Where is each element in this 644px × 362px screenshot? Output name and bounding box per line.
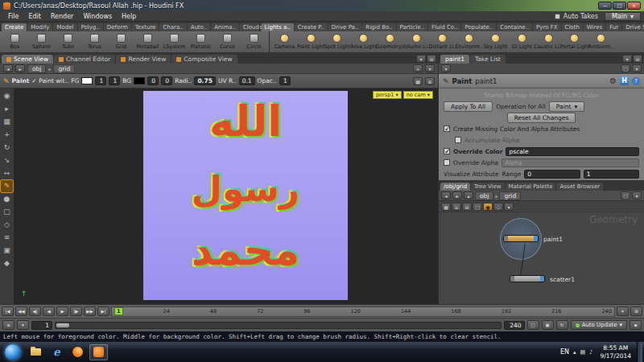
flipbook-icon[interactable]: [1, 245, 13, 257]
network-tab[interactable]: /obj/grid: [440, 183, 470, 191]
node-display-flag[interactable]: [534, 236, 538, 241]
check-icon[interactable]: [31, 78, 36, 84]
color-palette-icon[interactable]: [483, 203, 493, 211]
grid-snap-icon[interactable]: [441, 203, 451, 211]
add-icon[interactable]: [413, 64, 423, 72]
play-reverse-icon[interactable]: [15, 306, 27, 316]
shelf-tab[interactable]: Model: [53, 23, 76, 31]
shelf-tool[interactable]: Box: [2, 31, 28, 52]
shelf-tab[interactable]: Populate..: [461, 23, 496, 31]
node-body[interactable]: [508, 236, 534, 241]
play-icon[interactable]: [56, 306, 68, 316]
accumulate-alpha-checkbox[interactable]: [455, 137, 461, 143]
shelf-tab[interactable]: Lights a..: [262, 23, 294, 31]
fast-forward-icon[interactable]: [84, 306, 96, 316]
gear-icon[interactable]: [609, 76, 617, 85]
pane-tab[interactable]: Render View: [116, 55, 171, 64]
node-name-field[interactable]: paint1: [475, 77, 497, 85]
shelf-tab[interactable]: Pyro FX: [533, 23, 560, 31]
frame-label[interactable]: 144: [401, 308, 411, 315]
maximize-icon[interactable]: [613, 2, 626, 10]
start-button[interactable]: [5, 344, 21, 360]
shelf-tool[interactable]: Caustic Li..: [535, 31, 562, 52]
shelf-tool[interactable]: Portal Light: [561, 31, 588, 52]
go-to-start-icon[interactable]: [2, 306, 14, 316]
shelf-tab[interactable]: Chara..: [159, 23, 186, 31]
scale-tool-icon[interactable]: [1, 154, 13, 167]
back-icon[interactable]: [3, 64, 13, 72]
close-icon[interactable]: [627, 2, 641, 10]
pane-tab[interactable]: Scene View: [2, 55, 53, 64]
shelf-tab[interactable]: Wires: [584, 23, 605, 31]
override-color-checkbox[interactable]: [444, 148, 450, 154]
frame-ruler[interactable]: 124487296120144168192216240: [111, 306, 615, 317]
fg-color-swatch[interactable]: [81, 77, 93, 84]
sculpt-tool-icon[interactable]: [1, 193, 13, 205]
shelf-tool[interactable]: Torus: [81, 31, 108, 52]
shelf-tool[interactable]: Volume Li..: [403, 31, 430, 52]
shelf-tool[interactable]: Platonic: [188, 31, 214, 52]
shelf-tab[interactable]: Create P..: [295, 23, 328, 31]
tool-name-label[interactable]: Paint: [12, 77, 30, 84]
net-up-icon[interactable]: [464, 191, 473, 200]
options-icon[interactable]: [425, 64, 435, 72]
radius-field[interactable]: 0.75: [194, 76, 216, 85]
shelf-tool[interactable]: Circle: [241, 31, 267, 52]
shelf-tool[interactable]: Sky Light: [482, 31, 509, 52]
shelf-tool[interactable]: Tube: [55, 31, 81, 52]
pane-menu-icon[interactable]: [622, 55, 632, 63]
rotate-tool-icon[interactable]: [1, 142, 13, 154]
volume-icon[interactable]: [589, 349, 592, 356]
range-max-field[interactable]: 1: [584, 170, 639, 179]
shelf-tab[interactable]: Cloth: [562, 23, 583, 31]
take-menu-button[interactable]: Main: [605, 12, 641, 21]
node-display-flag[interactable]: [540, 276, 544, 282]
viewport[interactable]: الله رسول محمد persp1 no cam: [0, 88, 438, 304]
opacity-field[interactable]: 1: [279, 76, 291, 85]
net-forward-icon[interactable]: [452, 191, 462, 200]
shelf-tab[interactable]: Auto..: [188, 23, 211, 31]
pin-icon[interactable]: [621, 191, 630, 200]
override-color-field[interactable]: pscale: [506, 147, 639, 156]
language-indicator[interactable]: EN: [560, 348, 569, 356]
show-desktop-button[interactable]: [637, 342, 642, 362]
shelf-tab[interactable]: Deform: [104, 23, 131, 31]
slider-handle[interactable]: [56, 323, 69, 327]
menu-item[interactable]: Edit: [23, 13, 46, 20]
display-options-icon[interactable]: [504, 203, 514, 211]
bg-color-swatch[interactable]: [134, 77, 145, 84]
timeline-options-icon[interactable]: [617, 306, 629, 316]
node-paint1[interactable]: [503, 235, 539, 242]
shelf-tool[interactable]: Curve: [214, 31, 241, 52]
range-min-field[interactable]: 0: [524, 170, 580, 179]
pose-tool-icon[interactable]: [1, 167, 13, 179]
shelf-tool[interactable]: Geometry..: [377, 31, 403, 52]
range-end-field[interactable]: 240: [504, 321, 525, 330]
net-back-icon[interactable]: [441, 191, 451, 200]
net-options-icon[interactable]: [632, 191, 642, 200]
menu-item[interactable]: Render: [46, 13, 78, 20]
minimize-icon[interactable]: [598, 2, 612, 10]
translate-tool-icon[interactable]: [1, 129, 13, 141]
pane-tab[interactable]: paint1: [440, 55, 469, 64]
loop-mode-icon[interactable]: [542, 320, 554, 330]
clock[interactable]: 8:55 AM 9/17/2014: [597, 344, 634, 360]
split-pane-icon[interactable]: [427, 55, 436, 63]
pin-icon[interactable]: [621, 64, 630, 72]
shape-palette-icon[interactable]: [493, 203, 503, 211]
paint-tool-icon[interactable]: [1, 180, 13, 192]
path-context[interactable]: obj: [27, 64, 46, 73]
frame-label[interactable]: 192: [502, 308, 511, 315]
shelf-tab[interactable]: Polyg..: [78, 23, 103, 31]
next-frame-icon[interactable]: [70, 306, 82, 316]
snap-mode-icon[interactable]: [1, 219, 13, 231]
shelf-tool[interactable]: Ambient..: [588, 31, 614, 52]
shelf-tool[interactable]: Distant Li..: [430, 31, 456, 52]
frame-label[interactable]: 168: [451, 308, 460, 315]
pane-tab[interactable]: Take List: [470, 55, 506, 64]
view-tool-icon[interactable]: [1, 90, 13, 102]
no-cam-menu[interactable]: no cam: [403, 91, 433, 99]
create-missing-checkbox[interactable]: [444, 125, 450, 132]
camera-menu[interactable]: persp1: [373, 91, 402, 99]
firefox-icon[interactable]: [68, 344, 87, 360]
